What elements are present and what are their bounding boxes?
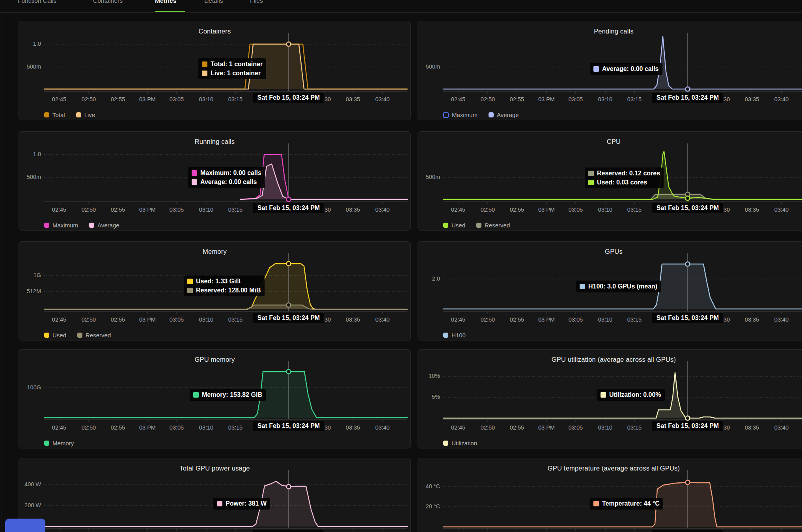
legend-item-average[interactable]: Average [89,222,119,229]
chat-widget-button[interactable] [5,519,45,532]
tab-metrics[interactable]: Metrics [155,0,176,4]
legend-label: Maximum [52,222,78,229]
legend-item-utilization[interactable]: Utilization [443,440,477,446]
legend-label: Reserved [86,332,111,339]
page-left-edge [2,13,2,532]
legend-item-used[interactable]: Used [443,222,465,229]
cursor-date-tooltip: Sat Feb 15, 03:24 PM [652,530,723,532]
x-axis-label: 03:05 [569,316,583,323]
legend-swatch [489,112,494,117]
x-axis-label: 03:15 [228,206,242,213]
x-axis-label: 03:15 [228,316,242,323]
x-axis-label: 03 PM [139,206,156,213]
x-axis-label: 02:45 [451,424,465,431]
tooltip-value-text: Average: 0.00 calls [602,65,659,73]
x-axis-label: 02:55 [510,206,524,213]
x-axis-label: 02:50 [481,316,495,323]
x-axis-label: 02:45 [52,316,66,323]
x-axis-label: 02:55 [510,316,524,323]
legend-item-live[interactable]: Live [76,112,95,118]
x-axis-label: 03:40 [774,424,789,431]
legend-label: Total [52,112,65,118]
x-axis-label: 03:10 [199,424,213,431]
y-axis-label-gpu-temperature: 20 °C [418,503,440,510]
legend-label: Maximum [452,112,477,118]
x-axis-label: 02:55 [111,316,125,323]
x-axis-label: 03:05 [569,206,583,213]
legend-item-reserved[interactable]: Reserved [476,222,510,229]
x-axis-label: 03:15 [627,424,642,431]
tooltip-row: Temperature: 44 °C [593,500,660,507]
legend-item-h100[interactable]: H100 [443,332,466,339]
tooltip-row: Power: 381 W [217,500,267,507]
cursor-date-tooltip: Sat Feb 15, 03:24 PM [652,93,723,103]
tab-function-calls[interactable]: Function Calls [18,0,56,4]
chart-legend-gpus: H100 [443,332,466,339]
legend-item-average[interactable]: Average [489,112,519,118]
legend-swatch [76,112,81,117]
chart-plot-gpu-power[interactable] [19,458,411,532]
legend-item-total[interactable]: Total [44,112,65,118]
x-axis-label: 03:35 [745,424,759,431]
x-axis-label: 02:55 [111,206,125,213]
x-axis-label: 03:35 [346,424,360,431]
tooltip-row: Memory: 153.82 GiB [193,391,262,398]
tooltip-row: H100: 3.0 GPUs (mean) [580,283,657,290]
y-axis-label-containers: 1.0 [19,41,41,47]
legend-item-reserved[interactable]: Reserved [77,332,111,339]
chart-plot-gpu-temperature[interactable] [418,458,802,532]
legend-swatch [44,112,49,117]
y-axis-label-memory: 1G [19,272,41,278]
tooltip-series-swatch [588,171,594,176]
chart-card-gpu-utilization: GPU utilization (average across all GPUs… [418,349,802,448]
tooltip-row: Live: 1 container [202,70,263,77]
x-axis-label: 03:35 [346,206,360,213]
tab-details[interactable]: Details [204,0,223,4]
x-axis-label: 02:45 [52,206,66,213]
legend-swatch [89,223,94,228]
legend-item-maximum[interactable]: Maximum [44,222,78,229]
cursor-date-tooltip: Sat Feb 15, 03:24 PM [253,530,324,532]
tabbar-divider [0,12,802,13]
x-axis-label: 03:15 [627,96,642,102]
chart-card-pending-calls: Pending calls500m02:4502:5002:5503 PM03:… [418,21,802,120]
tooltip-row: Maximum: 0.00 calls [192,169,261,177]
legend-item-used[interactable]: Used [44,332,66,339]
tooltip-value-text: Memory: 153.82 GiB [202,391,262,398]
tab-containers[interactable]: Containers [93,0,123,4]
cursor-date-tooltip: Sat Feb 15, 03:24 PM [253,421,324,431]
x-axis-label: 03:05 [170,96,184,102]
x-axis-label: 03:15 [228,424,242,431]
legend-item-memory[interactable]: Memory [44,440,74,446]
x-axis-label: 03:40 [774,96,789,102]
x-axis-label: 03:05 [170,424,184,431]
tooltip-series-swatch [593,501,599,506]
y-axis-label-gpu-temperature: 40 °C [418,483,440,489]
tooltip-row: Total: 1 container [202,61,263,68]
x-axis-label: 03:35 [745,206,759,213]
x-axis-label: 03:40 [375,424,390,431]
legend-item-maximum[interactable]: Maximum [443,112,477,118]
x-axis-label: 02:45 [451,316,465,323]
cursor-date-tooltip: Sat Feb 15, 03:24 PM [652,313,723,323]
x-axis-label: 03:40 [774,206,789,213]
x-axis-label: 03:10 [199,96,213,102]
y-axis-label-gpu-memory: 100G [19,384,41,391]
x-axis-label: 03:05 [569,424,583,431]
tab-files[interactable]: Files [250,0,263,4]
y-axis-label-cpu: 500m [418,174,440,180]
x-axis-label: 03:05 [170,206,184,213]
chart-legend-cpu: UsedReserved [443,222,510,229]
legend-swatch [443,223,448,228]
x-axis-label: 03:10 [199,316,213,323]
value-tooltip-containers: Total: 1 containerLive: 1 container [198,58,266,79]
x-axis-label: 03:35 [346,96,360,102]
y-axis-label-gpu-power: 200 W [19,502,41,508]
chart-legend-pending-calls: MaximumAverage [443,112,519,118]
x-axis-label: 03:10 [598,424,612,431]
chart-card-containers: Containers1.0500m02:4502:5002:5503 PM03:… [19,21,411,120]
tooltip-value-text: Live: 1 container [211,70,261,77]
cursor-date-tooltip: Sat Feb 15, 03:24 PM [253,203,324,213]
legend-label: Utilization [451,440,477,446]
tooltip-series-swatch [593,66,599,72]
